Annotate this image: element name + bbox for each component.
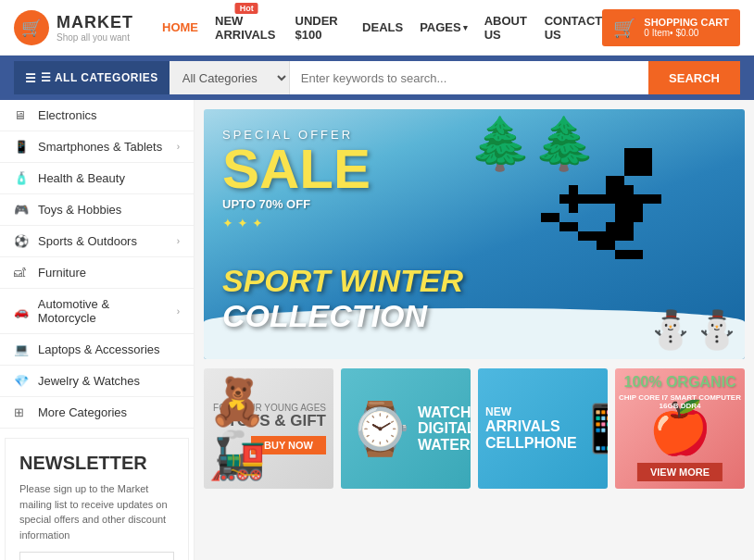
sidebar-items-list: 🖥 Electronics 📱 Smartphones & Tablets › … [0, 100, 194, 429]
watches-text-block: WATCHES DIGITAL WATERDROOF [418, 404, 471, 454]
organic-banner[interactable]: 100% ORGANIC CHIP CORE I7 SMART COMPUTER… [615, 368, 745, 489]
pages-chevron: ▾ [463, 23, 468, 32]
smartphones-icon: 📱 [14, 140, 31, 154]
nav-home[interactable]: HOME [162, 20, 198, 34]
category-select[interactable]: All Categories Electronics Smartphones [170, 61, 290, 94]
nav-under100[interactable]: UNDER $100 [295, 14, 346, 42]
nav-about[interactable]: ABOUT US [484, 14, 528, 42]
skier-figure: ⛷ [522, 123, 671, 293]
hero-banner[interactable]: 🌲🌲 SPECIAL OFFER SALE UPTO 70% OFF ✦ ✦ ✦… [204, 109, 745, 359]
sidebar-item-health[interactable]: 🧴 Health & Beauty [0, 163, 194, 194]
sidebar-item-smartphones[interactable]: 📱 Smartphones & Tablets › [0, 131, 194, 163]
logo-sub: Shop all you want [57, 32, 133, 43]
newsletter-text: Please sign up to the Market mailing lis… [19, 481, 174, 542]
snowmen: ⛄⛄ [647, 308, 740, 352]
cart-icon: 🛒 [613, 17, 636, 39]
logo-name: MARKET [57, 13, 133, 32]
header: 🛒 MARKET Shop all you want HOME Hot NEW … [0, 0, 754, 56]
search-input[interactable] [290, 61, 648, 94]
nav-deals[interactable]: DEALS [362, 20, 403, 34]
newsletter-email-input[interactable] [19, 552, 174, 560]
logo-icon: 🛒 [14, 10, 49, 45]
sale-text: SALE [222, 142, 371, 197]
watches-line1: WATCHES [418, 404, 471, 421]
nav-contact[interactable]: CONTACT US [545, 14, 603, 42]
toys-emoji: 🧸🚂 [208, 375, 266, 482]
newsletter-title: NEWSLETTER [19, 453, 174, 474]
sidebar-item-toys[interactable]: 🎮 Toys & Hobbies [0, 194, 194, 226]
sport-winter-text: SPORT WINTER COLLECTION [222, 264, 463, 333]
watches-line3: WATERDROOF [418, 437, 471, 454]
main-nav: HOME Hot NEW ARRIVALS UNDER $100 DEALS P… [162, 14, 602, 42]
phones-banner[interactable]: NEW ARRIVALS CELLPHONE 📱 [478, 368, 608, 489]
search-button[interactable]: SEARCH [648, 61, 740, 94]
sidebar-more-categories[interactable]: ⊞ More Categories [0, 397, 194, 429]
logo-text: MARKET Shop all you want [57, 13, 133, 43]
sport-title: SPORT WINTER [222, 264, 463, 298]
more-icon: ⊞ [14, 405, 31, 419]
sidebar: 🖥 Electronics 📱 Smartphones & Tablets › … [0, 100, 195, 560]
stars-decoration: ✦ ✦ ✦ [222, 216, 371, 230]
sidebar-item-electronics[interactable]: 🖥 Electronics [0, 100, 194, 131]
organic-title-text: 100% ORGANIC [615, 374, 745, 391]
cart-button[interactable]: 🛒 SHOPPING CART 0 Item• $0.00 [602, 9, 740, 46]
furniture-icon: 🛋 [14, 266, 31, 280]
main-content: 🖥 Electronics 📱 Smartphones & Tablets › … [0, 100, 754, 560]
automotive-arrow: › [177, 306, 180, 317]
nav-new-arrivals[interactable]: Hot NEW ARRIVALS [215, 14, 279, 42]
sidebar-item-laptops[interactable]: 💻 Laptops & Accessories [0, 334, 194, 366]
sidebar-item-jewelry[interactable]: 💎 Jewelry & Watches [0, 366, 194, 397]
watch-emoji: ⌚ [348, 399, 412, 459]
nav-pages[interactable]: PAGES ▾ [420, 20, 468, 34]
health-icon: 🧴 [14, 171, 31, 185]
hamburger-icon: ☰ [25, 71, 36, 85]
sports-icon: ⚽ [14, 234, 31, 248]
watches-line2: DIGITAL [418, 420, 471, 437]
newsletter-box: NEWSLETTER Please sign up to the Market … [5, 438, 189, 560]
content-area: 🌲🌲 SPECIAL OFFER SALE UPTO 70% OFF ✦ ✦ ✦… [195, 100, 754, 560]
view-more-button[interactable]: VIEW MORE [637, 463, 723, 481]
jewelry-icon: 💎 [14, 374, 31, 388]
phones-text-block: NEW ARRIVALS CELLPHONE [485, 405, 577, 451]
smartphones-arrow: › [177, 142, 180, 152]
cart-info: SHOPPING CART 0 Item• $0.00 [644, 17, 729, 38]
toys-icon: 🎮 [14, 203, 31, 217]
all-categories-button[interactable]: ☰ ☰ ALL CATEGORIES [14, 61, 170, 94]
automotive-icon: 🚗 [14, 305, 31, 318]
sidebar-item-furniture[interactable]: 🛋 Furniture [0, 257, 194, 289]
search-bar: ☰ ☰ ALL CATEGORIES All Categories Electr… [0, 56, 754, 100]
sidebar-item-automotive[interactable]: 🚗 Automotive & Motorcycle › [0, 289, 194, 334]
electronics-icon: 🖥 [14, 108, 31, 122]
phones-arrivals-text: ARRIVALS [485, 418, 577, 435]
logo-area[interactable]: 🛒 MARKET Shop all you want [14, 10, 162, 45]
bottom-banners-row: 🧸🚂 FOR YOUR YOUNG AGES TOYS & GIFT BUY N… [204, 368, 745, 489]
phones-emoji: 📱 [577, 402, 608, 455]
toys-banner[interactable]: 🧸🚂 FOR YOUR YOUNG AGES TOYS & GIFT BUY N… [204, 368, 333, 489]
hot-badge: Hot [235, 3, 258, 14]
hero-text-left: SPECIAL OFFER SALE UPTO 70% OFF ✦ ✦ ✦ [222, 128, 371, 230]
sidebar-item-sports[interactable]: ⚽ Sports & Outdoors › [0, 226, 194, 257]
watches-banner[interactable]: ⌚ WATCHES DIGITAL WATERDROOF [341, 368, 471, 489]
organic-sub-text: CHIP CORE I7 SMART COMPUTER 16GB DDR4 [615, 393, 745, 410]
phones-new-text: NEW [485, 405, 577, 418]
laptops-icon: 💻 [14, 342, 31, 356]
sports-arrow: › [177, 236, 180, 246]
collection-title: COLLECTION [222, 299, 463, 333]
phones-cellphone-text: CELLPHONE [485, 435, 577, 452]
